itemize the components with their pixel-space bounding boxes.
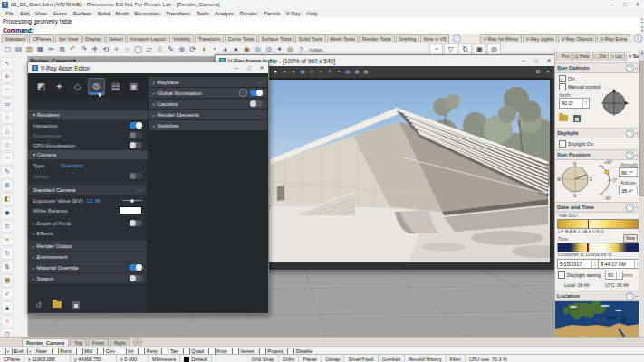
toolbar-icon[interactable]: ▢ (3, 44, 13, 54)
spinner[interactable]: ▴▾ (591, 260, 598, 268)
toolbar-icon[interactable]: ⊕ (177, 44, 187, 54)
palette-tool-icon[interactable]: ✎ (1, 166, 14, 178)
toolbar-icon[interactable]: ⌖ (111, 44, 121, 54)
vray-toolbar-tab[interactable]: V-Ray Objects (558, 34, 596, 43)
status-toggle-button[interactable]: Gumball (379, 355, 405, 362)
channel-icon[interactable]: ● (290, 68, 297, 76)
checkbox[interactable] (559, 75, 566, 82)
toolbar-icon[interactable]: ● (231, 44, 241, 54)
panel-icon[interactable]: ▣ (353, 68, 360, 76)
vray-toolbar-tab[interactable]: V-Ray for Rhino (480, 34, 522, 43)
menu-item[interactable]: Surface (70, 11, 94, 16)
swarm-toggle[interactable] (130, 275, 142, 281)
menu-item[interactable]: Solid (95, 11, 113, 16)
save-icon[interactable] (72, 301, 80, 309)
status-toggle-button[interactable]: Record History (405, 355, 446, 362)
settings-gear-icon[interactable]: ⚙ (534, 68, 542, 76)
daylight-saving-checkbox[interactable]: Daylight saving (558, 272, 601, 279)
collapse-icon[interactable]: — (257, 80, 263, 85)
effects-row[interactable]: ▸ Effects (28, 228, 147, 238)
checkbox[interactable] (558, 272, 565, 279)
exposure-slider[interactable] (122, 200, 142, 201)
toolbar-icon[interactable]: ▱ (144, 44, 154, 54)
palette-tool-icon[interactable]: ≈ (1, 315, 14, 328)
save-icon[interactable] (573, 115, 581, 122)
render-output-row[interactable]: ▸ Render Output (28, 241, 147, 251)
materials-tab-icon[interactable]: ◩ (34, 79, 49, 94)
palette-tool-icon[interactable]: ◆ (1, 206, 14, 219)
material-override-toggle[interactable] (130, 264, 142, 271)
stereo-toggle[interactable] (130, 173, 142, 179)
north-input[interactable]: 90.0° ▴▾ (559, 98, 590, 109)
environment-row[interactable]: ▸ Environment (28, 252, 147, 262)
spinner[interactable]: ▴▾ (616, 272, 622, 279)
scrollbar-thumb[interactable] (639, 61, 644, 196)
swarm-row[interactable]: ▸ Swarm (28, 273, 147, 283)
checkbox[interactable] (559, 83, 566, 90)
toolbar-icon[interactable]: ◕ (220, 44, 230, 54)
help-icon[interactable]: ? (626, 129, 634, 138)
month-slider[interactable] (557, 219, 639, 229)
info-icon[interactable]: i (634, 34, 642, 43)
toolbar-icon[interactable]: ✛ (90, 44, 100, 54)
toolbar-icon[interactable]: ◍ (285, 44, 295, 54)
renderer-section-header[interactable]: ▾ Renderer (28, 110, 151, 119)
maximize-button[interactable]: □ (530, 55, 543, 66)
active-layer-button[interactable]: Default (180, 355, 211, 362)
cplane-button[interactable]: CPlane (0, 355, 24, 362)
units-button[interactable]: Millimeters (149, 355, 180, 362)
palette-tool-icon[interactable]: ↻ (1, 247, 14, 260)
help-icon[interactable]: ? (626, 151, 634, 159)
white-balance-swatch[interactable] (119, 206, 142, 214)
open-folder-icon[interactable]: ▱ (308, 68, 315, 76)
manual-control-checkbox[interactable]: Manual control (559, 83, 601, 90)
menu-item[interactable]: Transform (163, 11, 194, 16)
palette-tool-icon[interactable]: △ (1, 125, 14, 138)
textures-tab-icon[interactable]: ▤ (108, 79, 123, 94)
collapse-icon[interactable]: — (137, 187, 142, 193)
palette-tool-icon[interactable]: ✓ (1, 288, 14, 300)
menu-item[interactable]: Curve (50, 11, 70, 16)
toolbar-icon[interactable]: ⧉ (57, 44, 67, 54)
open-folder-icon[interactable] (53, 301, 62, 308)
toolbar-tab[interactable]: Viewport Layout (127, 34, 168, 43)
revert-icon[interactable]: ↺ (35, 301, 42, 310)
toolbar-tab[interactable]: Solid Tools (295, 34, 326, 43)
global-illumination-toggle[interactable] (250, 90, 263, 96)
progressive-toggle[interactable] (130, 132, 142, 138)
sidebar-tab[interactable]: ◔ Pro (556, 52, 572, 61)
date-input[interactable]: 5/15/2017 ▴▾ (557, 259, 599, 269)
toolbar-tab[interactable]: Surface Tools (258, 34, 294, 43)
depth-of-field-toggle[interactable] (130, 220, 142, 226)
date-time-header[interactable]: Date and Time ? − (555, 202, 642, 213)
palette-tool-icon[interactable]: ~ (1, 152, 14, 165)
menu-item[interactable]: Edit (17, 11, 33, 16)
chevron-down-icon[interactable]: ⌄ (138, 162, 142, 168)
palette-tool-icon[interactable]: ◇ (1, 138, 14, 151)
menu-item[interactable]: Analyze (212, 11, 237, 16)
toolbar-tab[interactable]: New in V5 (420, 34, 449, 43)
raytrace-row[interactable]: ▸ Raytrace — (149, 77, 267, 87)
vray-toolbar-tab[interactable]: V-Ray Lights (523, 34, 557, 43)
toolbar-icon[interactable]: ↶ (68, 44, 78, 54)
toolbar-icon[interactable]: ⟳ (187, 44, 197, 54)
toolbar-icon[interactable]: ◯ (133, 44, 143, 54)
geometry-tab-icon[interactable]: ◇ (70, 79, 85, 94)
menu-item[interactable]: Panels (261, 11, 284, 16)
palette-tool-icon[interactable]: ⇅ (1, 261, 14, 273)
minimize-button[interactable]: ─ (606, 0, 619, 9)
status-toggle-button[interactable]: Ortho (279, 355, 300, 362)
caustics-toggle[interactable] (250, 100, 263, 107)
toolbar-tab[interactable]: Standard (2, 34, 28, 43)
checkbox[interactable] (559, 140, 566, 148)
toolbar-icon[interactable]: ? (296, 44, 306, 54)
palette-tool-icon[interactable]: ▲ (1, 301, 14, 314)
material-override-row[interactable]: ▸ Material Override (28, 262, 147, 272)
dot-icon[interactable]: • (335, 68, 342, 76)
sun-on-checkbox[interactable]: On (559, 75, 574, 82)
track-mouse-icon[interactable]: ✛ (326, 68, 333, 76)
location-header[interactable]: Location ? − (555, 291, 642, 301)
skylight-on-checkbox[interactable]: Skylight On (559, 140, 593, 148)
sun-position-compass[interactable]: N E S W (557, 160, 593, 198)
toolbar-icon[interactable]: ✦ (274, 44, 284, 54)
